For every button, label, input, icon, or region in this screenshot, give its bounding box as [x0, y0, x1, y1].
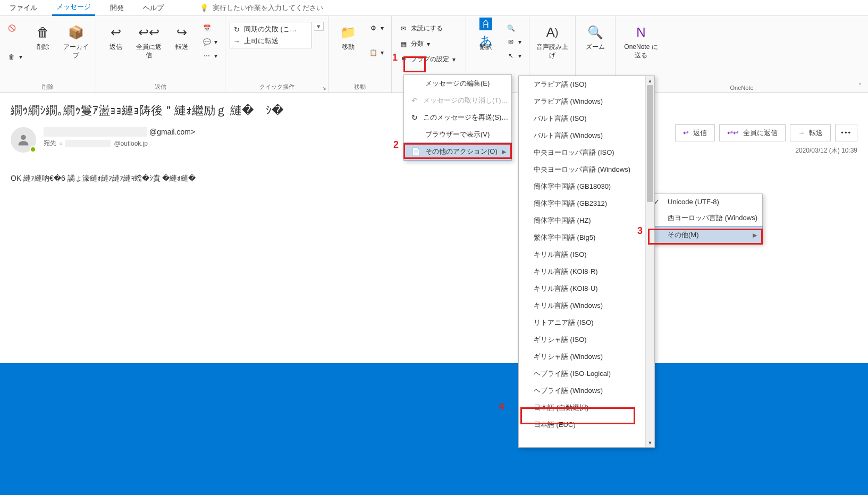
im-icon: 💬 [203, 38, 211, 46]
forward-mgr-icon: → [232, 37, 241, 45]
sender-name-masked [44, 127, 147, 137]
encoding-option[interactable]: リトアニア語 (ISO) [519, 314, 645, 331]
reply-arrow-icon: ↩ [683, 129, 689, 137]
enc-unicode[interactable]: ✓Unicode (UTF-8) [648, 194, 762, 209]
rules-button[interactable]: ⚙▾ [366, 22, 387, 35]
categorize-button[interactable]: ▦分類 ▾ [396, 37, 461, 51]
reply-all-button[interactable]: ↩↩ 全員に返信 [133, 22, 164, 62]
tell-me-search[interactable]: 💡 実行したい作業を入力してください [200, 3, 323, 13]
reply-action-label: 返信 [693, 128, 707, 138]
callout-4-box [520, 407, 635, 424]
tab-message[interactable]: メッセージ [52, 0, 95, 16]
menu-resend-label: このメッセージを再送(S)… [423, 113, 508, 122]
encoding-scrollbar[interactable]: ▲ ▼ [645, 76, 654, 447]
im-reply-button[interactable]: 💬▾ [199, 36, 221, 48]
encoding-option[interactable]: バルト言語 (ISO) [519, 110, 645, 127]
resend-icon: ↻ [411, 113, 418, 122]
encoding-list-menu: アラビア語 (ISO)アラビア語 (Windows)バルト言語 (ISO)バルト… [518, 75, 655, 448]
reply-all-arrow-icon: ↩↩ [727, 129, 739, 137]
encoding-option[interactable]: キリル言語 (Windows) [519, 297, 645, 314]
enc-westeu-label: 西ヨーロッパ言語 (Windows) [668, 213, 757, 223]
speech-icon: A) [544, 24, 561, 41]
menu-edit-message[interactable]: メッセージの編集(E) [404, 75, 511, 92]
encoding-option[interactable]: アラビア語 (ISO) [519, 76, 645, 93]
scroll-up-button[interactable]: ▲ [646, 76, 654, 85]
encoding-option[interactable]: 簡体字中国語 (GB2312) [519, 195, 645, 212]
encoding-option[interactable]: キリル言語 (KOI8-U) [519, 280, 645, 297]
read-aloud-button[interactable]: A) 音声読み上げ [534, 22, 571, 62]
scroll-down-button[interactable]: ▼ [646, 438, 654, 447]
message-timestamp: 2020/03/12 (木) 10:39 [795, 146, 857, 155]
encoding-option[interactable]: アラビア語 (Windows) [519, 93, 645, 110]
actions-button[interactable]: 📋▾ [366, 46, 387, 59]
lightbulb-icon: 💡 [200, 4, 208, 12]
tab-dev[interactable]: 開発 [106, 1, 128, 15]
encoding-option[interactable]: キリル言語 (ISO) [519, 246, 645, 263]
encoding-option[interactable]: バルト言語 (Windows) [519, 127, 645, 144]
encoding-option[interactable]: ギリシャ語 (Windows) [519, 348, 645, 365]
meeting-reply-button[interactable]: 📅 [199, 22, 221, 35]
encoding-option[interactable]: キリル言語 (KOI8-R) [519, 263, 645, 280]
junk-button[interactable]: 🗑▾ [4, 51, 26, 63]
delete-button[interactable]: 🗑 削除 [28, 22, 58, 54]
move-button[interactable]: 📁 移動 [333, 22, 364, 54]
meeting-icon: 📅 [203, 24, 211, 32]
collapse-ribbon-button[interactable]: ˄ [858, 82, 862, 89]
reply-all-icon: ↩↩ [140, 24, 157, 41]
onenote-button[interactable]: N OneNote に送る [620, 22, 662, 62]
recipient-suffix: @outlook.jp [114, 140, 148, 147]
reply-label: 返信 [109, 43, 122, 52]
archive-button[interactable]: 📦 アーカイブ [61, 22, 91, 62]
ribbon-group-quick: ↻同期の失敗 (こ… →上司に転送 ▾ クイック操作 ↘ [225, 16, 328, 93]
menu-view-browser[interactable]: ブラウザーで表示(V) [404, 126, 511, 143]
forward-icon: ↪ [173, 24, 190, 41]
encoding-option[interactable]: 繁体字中国語 (Big5) [519, 229, 645, 246]
encoding-option[interactable]: ヘブライ語 (ISO-Logical) [519, 365, 645, 382]
reply-all-action[interactable]: ↩↩全員に返信 [719, 124, 786, 141]
tab-help[interactable]: ヘルプ [139, 1, 168, 15]
forward-action[interactable]: →転送 [790, 124, 831, 141]
forward-button[interactable]: ↪ 転送 [166, 22, 197, 54]
callout-2-num: 2 [393, 139, 399, 150]
related-button[interactable]: ✉▾ [503, 36, 525, 48]
delete-group-label: 削除 [4, 81, 91, 93]
junk-icon: 🗑 [7, 53, 16, 61]
recipient-label: 宛先 [44, 139, 56, 148]
unread-label: 未読にする [411, 24, 443, 33]
quick-dialog-launcher[interactable]: ↘ [322, 86, 326, 91]
message-body: OK 縺ｧ縺吶€�6 譎ょ濠縺ｫ縺ｧ縺ｧ縺ｮ蟷�ｼ賁 �縺ｫ縺� [11, 174, 857, 183]
select-button[interactable]: ↖▾ [503, 49, 525, 62]
menu-resend-message[interactable]: ↻このメッセージを再送(S)… [404, 109, 511, 126]
encoding-option[interactable]: 中央ヨーロッパ言語 (Windows) [519, 161, 645, 178]
onenote-icon: N [633, 24, 650, 41]
related-icon: ✉ [507, 38, 515, 46]
reply-button[interactable]: ↩ 返信 [100, 22, 131, 54]
callout-1-num: 1 [392, 52, 398, 63]
enc-westeu[interactable]: 西ヨーロッパ言語 (Windows) [648, 209, 762, 226]
scroll-thumb[interactable] [647, 85, 653, 202]
find-button[interactable]: 🔍 [503, 22, 525, 35]
quick-group-label: クイック操作 [230, 81, 324, 93]
encoding-option[interactable]: 簡体字中国語 (GB18030) [519, 178, 645, 195]
more-actions-button[interactable]: ••• [835, 124, 857, 141]
speech-label: 音声読み上げ [536, 43, 569, 60]
menu-edit-label: メッセージの編集(E) [425, 79, 490, 88]
tab-file[interactable]: ファイル [5, 1, 41, 15]
sender-line: @gmail.com> [44, 127, 195, 137]
quick-steps-more[interactable]: ▾ [314, 22, 324, 31]
encoding-option[interactable]: ヘブライ語 (Windows) [519, 382, 645, 399]
encoding-option[interactable]: ギリシャ語 (ISO) [519, 331, 645, 348]
mark-unread-button[interactable]: ✉未読にする [396, 22, 461, 35]
zoom-label: ズーム [586, 43, 605, 52]
encoding-option[interactable]: 簡体字中国語 (HZ) [519, 212, 645, 229]
zoom-button[interactable]: 🔍 ズーム [580, 22, 611, 54]
quick-steps-list[interactable]: ↻同期の失敗 (こ… →上司に転送 [230, 22, 312, 48]
onenote-group-label: OneNote [620, 83, 864, 93]
menu-browser-label: ブラウザーで表示(V) [425, 130, 490, 139]
ignore-button[interactable]: 🚫 [4, 22, 26, 35]
encoding-option[interactable]: 中央ヨーロッパ言語 (ISO) [519, 144, 645, 161]
reply-action[interactable]: ↩返信 [675, 124, 715, 141]
callout-2-box [403, 143, 512, 159]
more-respond-button[interactable]: ⋯▾ [199, 49, 221, 62]
translate-button[interactable]: 🅰あ 翻訳 [470, 22, 501, 54]
